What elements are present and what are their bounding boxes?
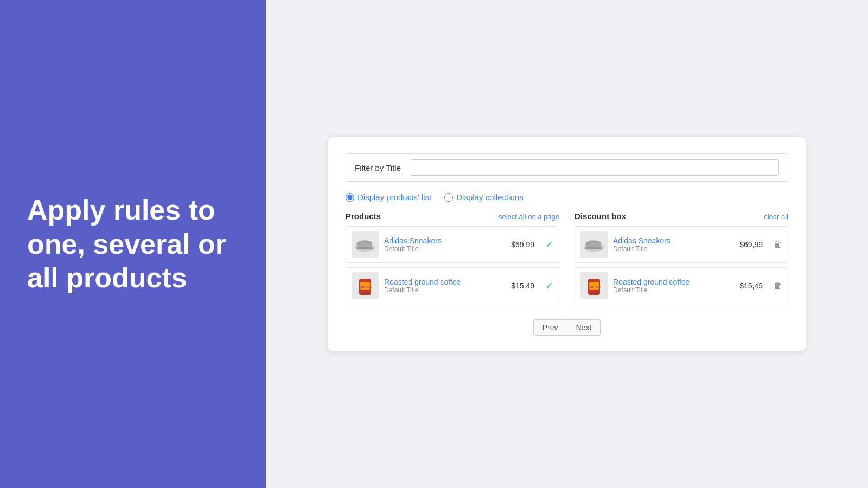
clear-all-link[interactable]: clear all	[764, 213, 788, 221]
sneakers-thumb-1	[352, 231, 379, 258]
sneakers-info-1: Adidas Sneakers Default Title	[384, 236, 506, 253]
trash-icon-2[interactable]: 🗑	[774, 281, 782, 291]
radio-products-label[interactable]: Display products' list	[358, 192, 431, 202]
radio-products[interactable]	[346, 193, 354, 202]
radio-row: Display products' list Display collectio…	[346, 192, 788, 202]
sneakers-info-2: Adidas Sneakers Default Title	[613, 236, 734, 253]
pagination: Prev Next	[346, 319, 788, 336]
coffee-thumb-1: COFFEE	[352, 272, 379, 299]
products-column: Products select all on a page	[346, 211, 559, 309]
svg-rect-13	[586, 242, 601, 247]
svg-text:COFFEE: COFFEE	[588, 285, 601, 288]
right-panel: Filter by Title Display products' list D…	[266, 0, 868, 488]
product-row: Adidas Sneakers Default Title $69,99 ✓	[346, 226, 559, 263]
check-icon-2: ✓	[545, 280, 553, 292]
coffee-price-2: $15,49	[739, 281, 763, 290]
svg-rect-14	[585, 247, 602, 249]
trash-icon-1[interactable]: 🗑	[774, 240, 782, 249]
select-all-link[interactable]: select all on a page	[499, 213, 559, 221]
svg-rect-3	[357, 242, 372, 247]
coffee-price-1: $15,49	[511, 281, 534, 290]
sneakers-name-1: Adidas Sneakers	[384, 236, 506, 245]
radio-products-option[interactable]: Display products' list	[346, 192, 431, 202]
svg-text:COFFEE: COFFEE	[359, 285, 372, 288]
hero-heading: Apply rules to one, several or all produ…	[27, 193, 239, 294]
sneakers-name-2: Adidas Sneakers	[613, 236, 734, 245]
main-card: Filter by Title Display products' list D…	[328, 137, 806, 351]
radio-collections[interactable]	[444, 193, 453, 202]
left-panel: Apply rules to one, several or all produ…	[0, 0, 266, 488]
coffee-thumb-2: COFFEE	[580, 272, 608, 299]
svg-rect-9	[361, 293, 369, 294]
coffee-name-1: Roasted ground coffee	[384, 278, 506, 286]
product-row: COFFEE Roasted ground coffee Default Tit…	[346, 267, 559, 304]
svg-rect-4	[356, 247, 373, 249]
coffee-variant-1: Default Title	[384, 286, 506, 294]
coffee-name-2: Roasted ground coffee	[613, 278, 734, 286]
sneakers-variant-2: Default Title	[613, 245, 734, 253]
coffee-variant-2: Default Title	[613, 286, 734, 294]
sneakers-variant-1: Default Title	[384, 245, 506, 253]
sneakers-price-2: $69,99	[739, 240, 763, 249]
discount-col-title: Discount box	[575, 211, 626, 221]
products-col-title: Products	[346, 211, 381, 221]
coffee-info-2: Roasted ground coffee Default Title	[613, 278, 734, 294]
discount-product-row: Adidas Sneakers Default Title $69,99 🗑	[575, 226, 788, 263]
radio-collections-option[interactable]: Display collections	[444, 192, 523, 202]
products-col-header: Products select all on a page	[346, 211, 559, 221]
two-col-layout: Products select all on a page	[346, 211, 788, 309]
svg-rect-19	[590, 293, 598, 294]
filter-label: Filter by Title	[355, 163, 401, 172]
next-button[interactable]: Next	[567, 319, 601, 336]
coffee-info-1: Roasted ground coffee Default Title	[384, 278, 506, 294]
sneakers-price-1: $69,99	[511, 240, 534, 249]
discount-column: Discount box clear all	[575, 211, 788, 309]
sneakers-thumb-2	[580, 231, 608, 258]
check-icon-1: ✓	[545, 239, 553, 251]
discount-product-row: COFFEE Roasted ground coffee Default Tit…	[575, 267, 788, 304]
prev-button[interactable]: Prev	[533, 319, 567, 336]
radio-collections-label[interactable]: Display collections	[456, 192, 523, 202]
discount-col-header: Discount box clear all	[575, 211, 788, 221]
filter-row: Filter by Title	[346, 153, 788, 182]
filter-input[interactable]	[410, 159, 779, 176]
